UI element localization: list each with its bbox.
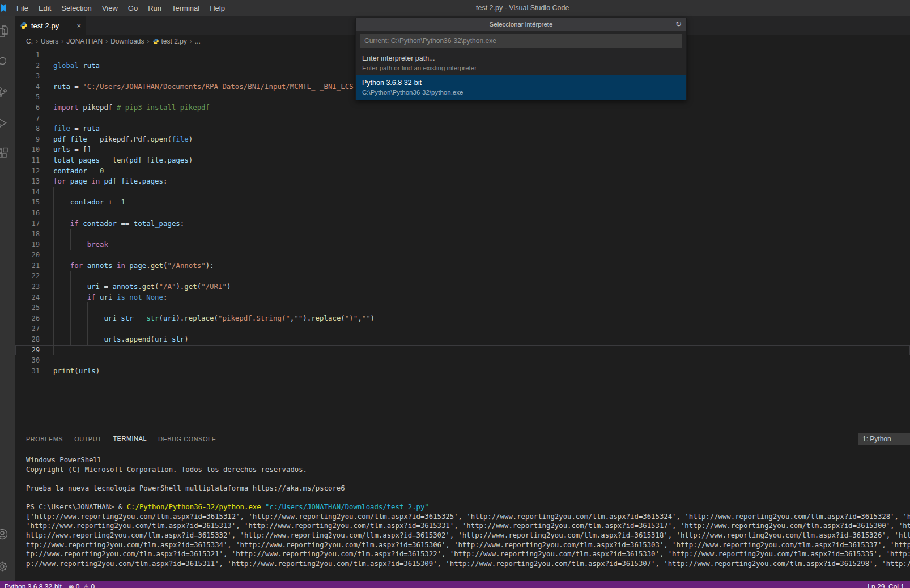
- code-text: file = ruta: [53, 123, 100, 134]
- refresh-icon[interactable]: ↻: [675, 18, 682, 31]
- line-number: 28: [15, 334, 40, 345]
- line-number: 19: [15, 240, 40, 250]
- code-text: for page in pdf_file.pages:: [53, 176, 168, 187]
- explorer-icon[interactable]: [0, 24, 9, 38]
- code-line[interactable]: 24 if uri is not None:: [15, 292, 910, 303]
- settings-gear-icon[interactable]: [0, 560, 9, 573]
- line-number: 17: [15, 219, 40, 229]
- warning-count: 0: [91, 583, 95, 588]
- quick-pick-input[interactable]: [360, 34, 682, 48]
- code-line[interactable]: 30: [15, 355, 910, 366]
- code-line[interactable]: 20: [15, 250, 910, 261]
- menu-help[interactable]: Help: [205, 4, 230, 12]
- line-number: 1: [15, 50, 40, 61]
- breadcrumb-item[interactable]: Downloads: [110, 37, 144, 45]
- breadcrumb-path: C:›Users›JONATHAN›Downloads›: [26, 37, 152, 45]
- code-line[interactable]: 8file = ruta: [15, 123, 910, 134]
- terminal-selector-dropdown[interactable]: 1: Python: [858, 433, 910, 445]
- code-line[interactable]: 9pdf_file = pikepdf.Pdf.open(file): [15, 134, 910, 145]
- indent-guide: [53, 208, 54, 219]
- menu-run[interactable]: Run: [143, 4, 167, 12]
- code-line[interactable]: 18: [15, 229, 910, 240]
- code-line[interactable]: 28 urls.append(uri_str): [15, 334, 910, 345]
- code-line[interactable]: 15 contador += 1: [15, 197, 910, 208]
- quick-pick-input-wrap: [356, 31, 686, 51]
- line-number: 11: [15, 155, 40, 166]
- code-line[interactable]: 17 if contador == total_pages:: [15, 219, 910, 229]
- quick-pick-item-enter-path[interactable]: Enter interpreter path... Enter path or …: [356, 51, 686, 75]
- line-number: 16: [15, 208, 40, 219]
- indent-guide: [53, 302, 54, 313]
- code-line[interactable]: 21 for annots in page.get("/Annots"):: [15, 261, 910, 271]
- menu-selection[interactable]: Selection: [56, 4, 96, 12]
- breadcrumb-separator: ›: [190, 37, 192, 45]
- breadcrumb-item[interactable]: Users: [41, 37, 58, 45]
- line-number: 24: [15, 292, 40, 303]
- line-number: 26: [15, 313, 40, 324]
- quick-pick-item-python368[interactable]: Python 3.6.8 32-bit C:\Python\Python36-3…: [356, 75, 686, 100]
- tab-output[interactable]: OUTPUT: [74, 434, 101, 444]
- source-control-icon[interactable]: [0, 86, 9, 99]
- code-text: uri_str = str(uri).replace("pikepdf.Stri…: [53, 313, 375, 324]
- code-line[interactable]: 10urls = []: [15, 144, 910, 155]
- tab-terminal[interactable]: TERMINAL: [113, 433, 147, 444]
- menu-go[interactable]: Go: [123, 4, 143, 12]
- code-line[interactable]: 7: [15, 113, 910, 124]
- account-icon[interactable]: [0, 527, 9, 541]
- menu-file[interactable]: File: [11, 4, 33, 12]
- terminal-line: ['http://www.reporting2you.com/tlm.aspx?…: [26, 512, 910, 522]
- menu-terminal[interactable]: Terminal: [167, 4, 205, 12]
- terminal-content[interactable]: Windows PowerShellCopyright (C) Microsof…: [26, 455, 910, 581]
- close-icon[interactable]: ×: [76, 22, 81, 30]
- line-number: 4: [15, 82, 40, 92]
- breadcrumb-ellipsis[interactable]: ...: [195, 37, 201, 45]
- code-line[interactable]: 6import pikepdf # pip3 install pikepdf: [15, 103, 910, 113]
- vscode-logo-icon: [1, 4, 6, 12]
- indent-guide: [53, 271, 54, 282]
- terminal-line: Windows PowerShell: [26, 455, 910, 465]
- vscode-window: FileEditSelectionViewGoRunTerminalHelp t…: [0, 0, 910, 588]
- code-line[interactable]: 11total_pages = len(pdf_file.pages): [15, 155, 910, 166]
- code-line[interactable]: 31print(urls): [15, 366, 910, 377]
- code-line[interactable]: 19 break: [15, 240, 910, 250]
- line-number: 21: [15, 261, 40, 271]
- line-number: 27: [15, 323, 40, 334]
- line-number: 6: [15, 103, 40, 113]
- menu-view[interactable]: View: [97, 4, 123, 12]
- status-interpreter[interactable]: Python 3.6.8 32-bit: [5, 583, 62, 588]
- tab-test2py[interactable]: test 2.py ×: [15, 16, 86, 35]
- status-problems[interactable]: ⊗0 ⚠0: [69, 583, 97, 588]
- code-line[interactable]: 29: [15, 345, 910, 356]
- menu-edit[interactable]: Edit: [33, 4, 56, 12]
- code-line[interactable]: 23 uri = annots.get("/A").get("/URI"): [15, 282, 910, 292]
- tab-debug-console[interactable]: DEBUG CONSOLE: [158, 434, 216, 444]
- code-line[interactable]: 22: [15, 271, 910, 282]
- terminal-line: http://www.reporting2you.com/tlm.aspx?id…: [26, 531, 910, 540]
- tab-problems[interactable]: PROBLEMS: [26, 434, 63, 444]
- line-number: 23: [15, 282, 40, 292]
- code-line[interactable]: 26 uri_str = str(uri).replace("pikepdf.S…: [15, 313, 910, 324]
- line-number: 29: [15, 345, 40, 356]
- code-line[interactable]: 14: [15, 187, 910, 198]
- line-number: 14: [15, 187, 40, 198]
- code-line[interactable]: 27: [15, 323, 910, 334]
- extensions-icon[interactable]: [0, 147, 9, 160]
- breadcrumb-file[interactable]: test 2.py: [161, 37, 187, 45]
- code-text: uri = annots.get("/A").get("/URI"): [53, 282, 231, 292]
- code-text: if contador == total_pages:: [53, 219, 184, 229]
- code-line[interactable]: 25: [15, 302, 910, 313]
- search-icon[interactable]: [0, 55, 9, 69]
- quick-pick-item-label: Python 3.6.8 32-bit: [362, 78, 680, 88]
- breadcrumb-item[interactable]: JONATHAN: [66, 37, 103, 45]
- code-text: contador = 0: [53, 166, 104, 177]
- code-line[interactable]: 16: [15, 208, 910, 219]
- breadcrumb-item[interactable]: C:: [26, 37, 33, 45]
- run-debug-icon[interactable]: [0, 116, 9, 130]
- status-cursor-position[interactable]: Ln 29, Col 1: [868, 581, 904, 588]
- code-text: global ruta: [53, 61, 100, 71]
- menu-bar: FileEditSelectionViewGoRunTerminalHelp: [11, 4, 230, 12]
- line-number: 5: [15, 92, 40, 103]
- code-text: if uri is not None:: [53, 292, 168, 303]
- code-line[interactable]: 12contador = 0: [15, 166, 910, 177]
- code-line[interactable]: 13for page in pdf_file.pages:: [15, 176, 910, 187]
